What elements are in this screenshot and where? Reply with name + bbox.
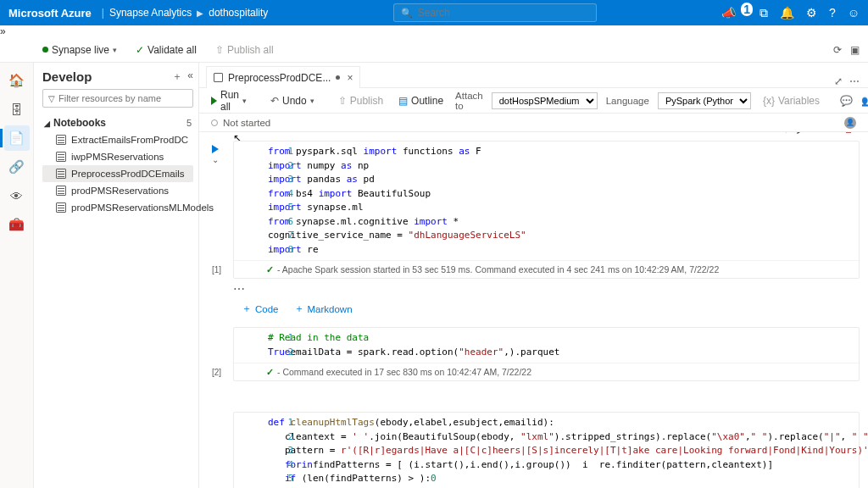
notebook-icon [56, 169, 66, 179]
language-label: Language [606, 96, 649, 106]
cell-more-icon[interactable]: ⋯ [828, 132, 837, 134]
separator: | [102, 7, 104, 19]
add-code-button[interactable]: ＋ Code [242, 302, 279, 315]
notebook-icon [56, 135, 66, 145]
collaborator-avatar[interactable]: 👤 [844, 117, 856, 129]
caret-down-icon: ◢ [44, 119, 50, 128]
expand-icon[interactable]: ⤢ [834, 75, 843, 87]
rail-monitor-icon[interactable]: 👁 [4, 183, 30, 208]
notebook-item[interactable]: prodPMSReservations [42, 182, 193, 199]
properties-icon[interactable]: ▣ [850, 44, 860, 56]
filter-icon: ▽ [48, 94, 55, 103]
develop-sidebar: Develop ＋« ▽ ◢Notebooks 5 ExtractEmailsF… [34, 63, 199, 488]
publish-button[interactable]: ⇧Publish [335, 93, 387, 108]
feedback-icon[interactable]: ☺ [848, 6, 860, 19]
rail-home-icon[interactable]: 🏠 [4, 68, 30, 93]
filter-box[interactable]: ▽ [42, 89, 193, 108]
cell-delete-icon[interactable]: 🗑 [844, 132, 854, 134]
variables-button[interactable]: {x}Variables [760, 93, 823, 108]
live-mode-toggle[interactable]: Synapse live▾ [37, 42, 122, 58]
search-input[interactable] [418, 7, 589, 19]
code-cell-1[interactable]: M↓ 💬 ⤡ ⋯ 🗑 ⌄ 1from pyspark.sql import fu… [233, 141, 860, 279]
rail-integrate-icon[interactable]: 🔗 [4, 154, 30, 180]
expand-rail-icon[interactable]: » [0, 25, 6, 37]
notebooks-group[interactable]: ◢Notebooks 5 [42, 114, 193, 131]
notebook-item[interactable]: iwpPMSReservations [42, 148, 193, 165]
cell-status: ✓- Command executed in 17 sec 830 ms on … [234, 363, 859, 380]
cell-md-icon[interactable]: M↓ [776, 132, 788, 134]
azure-top-bar: Microsoft Azure | Synapse Analytics ▶ do… [0, 0, 868, 25]
notebook-icon [56, 152, 66, 162]
workspace-toolbar: Synapse live▾ ✓Validate all ⇧Publish all… [0, 37, 868, 63]
search-icon: 🔍 [401, 8, 413, 19]
notebook-item[interactable]: ExtractEmailsFromProdDC [42, 131, 193, 148]
code-cell-2[interactable]: 1# Read in the data2TrueemailData = spar… [233, 327, 860, 381]
add-resource-icon[interactable]: ＋ [172, 69, 182, 84]
run-cell-icon[interactable] [212, 145, 219, 153]
kernel-status-bar: Not started 👤 [199, 114, 868, 132]
notebook-icon [214, 73, 223, 82]
unsaved-dot-icon [336, 75, 340, 80]
left-rail: 🏠 🗄 📄 🔗 👁 🧰 [0, 63, 34, 488]
tab-notebook[interactable]: PreprocessProdDCE... × [206, 66, 360, 88]
notifications-icon[interactable]: 🔔 [780, 6, 794, 19]
notebook-item[interactable]: prodPMSReservationsMLModels [42, 199, 193, 216]
close-tab-icon[interactable]: × [347, 72, 353, 84]
exec-count: [2] [212, 368, 221, 377]
cell-comment-icon[interactable]: 💬 [795, 132, 807, 134]
global-search[interactable]: 🔍 [393, 3, 597, 22]
rail-manage-icon[interactable]: 🧰 [4, 212, 30, 237]
validate-all-button[interactable]: ✓Validate all [131, 42, 202, 58]
directory-icon[interactable]: ⧉ [760, 6, 768, 20]
add-markdown-button[interactable]: ＋ Markdown [294, 302, 353, 315]
attach-to-label: Attach to [455, 91, 483, 111]
publish-all-button[interactable]: ⇧Publish all [210, 42, 279, 58]
editor-tabs: PreprocessProdDCE... × ⤢ ⋯ [199, 63, 868, 88]
more-icon[interactable]: ⋯ [849, 75, 860, 87]
help-icon[interactable]: ? [829, 6, 836, 19]
co-edit-icon[interactable]: 👥 [861, 95, 868, 107]
run-all-button[interactable]: Run all▾ [208, 87, 250, 114]
code-cell-3[interactable]: 1def cleanupHtmlTags(ebody,elabel,esubje… [233, 412, 860, 488]
cell-toolbar: M↓ 💬 ⤡ ⋯ 🗑 [776, 132, 854, 134]
status-dot-icon [211, 119, 218, 126]
comments-icon[interactable]: 💬 [840, 95, 853, 107]
undo-button[interactable]: ↶Undo▾ [267, 93, 318, 108]
breadcrumb-service[interactable]: Synapse Analytics [109, 7, 192, 19]
notebook-cells: ↖ M↓ 💬 ⤡ ⋯ 🗑 ⌄ 1from pyspark.sql import … [199, 132, 868, 488]
cell-collapse-icon[interactable]: ⤡ [814, 132, 821, 134]
chevron-right-icon: ▶ [197, 8, 203, 18]
cloud-shell-icon[interactable]: 📣1 [721, 6, 748, 19]
notebook-toolbar: Run all▾ ↶Undo▾ ⇧Publish ▤Outline Attach… [199, 88, 868, 114]
notebook-item[interactable]: PreprocessProdDCEmails [42, 165, 193, 182]
notebook-icon [56, 186, 66, 196]
language-select[interactable]: PySpark (Python) [658, 92, 751, 109]
notebook-icon [56, 202, 66, 213]
cell-output-ellipsis[interactable]: ⋯ [233, 282, 860, 296]
sidebar-title: Develop ＋« [42, 69, 193, 84]
top-right-icons: 📣1 ⧉ 🔔 ⚙ ? ☺ [721, 6, 860, 20]
filter-input[interactable] [58, 93, 187, 103]
add-cell-row: ＋ Code ＋ Markdown [233, 302, 860, 315]
rail-data-icon[interactable]: 🗄 [4, 97, 30, 122]
attach-to-select[interactable]: dotHospSPMedium [492, 92, 598, 109]
settings-icon[interactable]: ⚙ [806, 6, 817, 19]
outline-button[interactable]: ▤Outline [395, 93, 447, 108]
refresh-icon[interactable]: ⟳ [833, 44, 842, 56]
exec-count: [1] [212, 265, 221, 274]
cell-status: ✓- Apache Spark session started in 53 se… [234, 260, 859, 278]
breadcrumb-workspace[interactable]: dothospitality [209, 7, 268, 19]
collapse-cell-icon[interactable]: ⌄ [212, 155, 219, 164]
rail-develop-icon[interactable]: 📄 [4, 125, 30, 151]
collapse-sidebar-icon[interactable]: « [187, 69, 193, 84]
brand[interactable]: Microsoft Azure [8, 7, 92, 19]
